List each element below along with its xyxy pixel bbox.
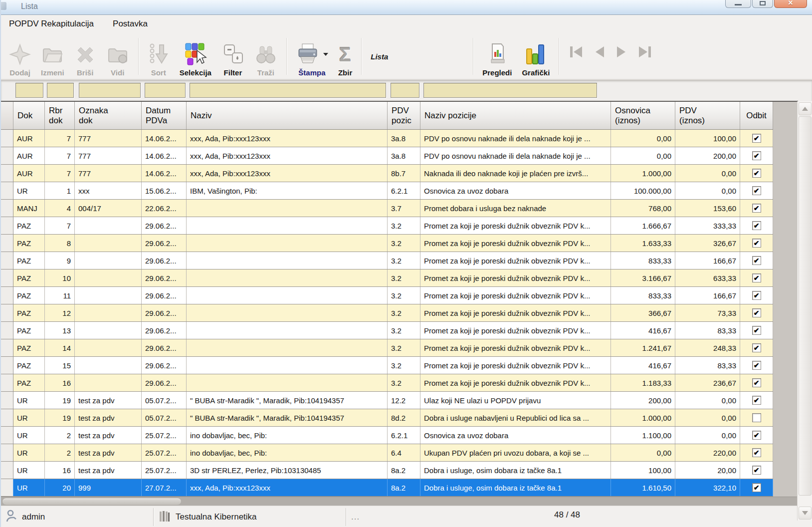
table-row[interactable]: UR 1 xxx 15.06.2... IBM, Vašington, Pib:…	[1, 182, 773, 200]
row-indicator[interactable]	[1, 427, 13, 444]
row-indicator[interactable]	[1, 147, 13, 164]
row-indicator[interactable]	[1, 374, 13, 391]
table-row[interactable]: PAZ 14 29.06.2... 3.2 Promet za koji je …	[1, 339, 773, 357]
row-indicator[interactable]	[1, 322, 13, 339]
odbit-checkbox[interactable]: ✔	[752, 169, 761, 178]
horizontal-scrollbar[interactable]	[1, 497, 798, 506]
odbit-checkbox[interactable]: ✔	[752, 221, 761, 230]
last-record-button[interactable]	[636, 45, 654, 61]
odbit-checkbox[interactable]: ✔	[752, 483, 761, 492]
odbit-checkbox[interactable]: ✔	[752, 308, 761, 317]
scroll-up-button[interactable]	[799, 102, 812, 115]
previous-record-button[interactable]	[592, 45, 607, 61]
selection-button[interactable]: Selekcija	[178, 35, 213, 78]
row-indicator[interactable]	[1, 304, 13, 321]
odbit-checkbox[interactable]: ✔	[752, 466, 761, 475]
table-row[interactable]: UR 16 test za pdv 25.07.2... 3D str PERL…	[1, 462, 773, 479]
table-row[interactable]: MANJ 4 004/17 22.06.2... 3.7 Promet doba…	[1, 200, 773, 217]
row-indicator[interactable]	[1, 287, 13, 304]
row-indicator[interactable]	[1, 130, 13, 147]
odbit-checkbox[interactable]: ✔	[752, 239, 761, 248]
table-row[interactable]: PAZ 10 29.06.2... 3.2 Promet za koji je …	[1, 269, 773, 287]
table-row[interactable]: UR 19 test za pdv 05.07.2... " BUBA str-…	[1, 409, 773, 427]
odbit-checkbox[interactable]: ✔	[752, 343, 761, 352]
odbit-checkbox[interactable]: ✔	[752, 378, 761, 387]
edit-button[interactable]: Izmeni	[39, 35, 66, 78]
table-row[interactable]: AUR 7 777 14.06.2... xxx, Ada, Pib:xxx12…	[1, 147, 773, 165]
odbit-checkbox[interactable]: ✔	[752, 396, 761, 405]
sort-button[interactable]: Sort	[146, 35, 172, 78]
row-indicator[interactable]	[1, 462, 13, 479]
filter-input-pdv-pozic[interactable]	[391, 83, 419, 98]
odbit-checkbox[interactable]: ✔	[752, 204, 761, 213]
filter-input-naziv[interactable]	[190, 83, 386, 98]
odbit-checkbox[interactable]: ✔	[752, 273, 761, 282]
table-row[interactable]: AUR 7 777 14.06.2... xxx, Ada, Pib:xxx12…	[1, 165, 773, 182]
add-button[interactable]: Dodaj	[7, 35, 33, 78]
filter-input-naziv-pozicije[interactable]	[423, 83, 597, 98]
table-row[interactable]: PAZ 7 29.06.2... 3.2 Promet za koji je p…	[1, 217, 773, 235]
row-indicator[interactable]	[1, 409, 13, 426]
odbit-checkbox[interactable]: ✔	[752, 326, 761, 335]
minimize-button[interactable]	[725, 0, 751, 8]
table-row[interactable]: UR 2 test za pdv 25.07.2... ino dobavlja…	[1, 427, 773, 444]
table-row[interactable]: UR 20 999 27.07.2... xxx, Ada, Pib:xxx12…	[1, 479, 773, 497]
table-row[interactable]: PAZ 12 29.06.2... 3.2 Promet za koji je …	[1, 304, 773, 322]
previews-button[interactable]: Pregledi	[480, 35, 514, 78]
menu-postavka[interactable]: Postavka	[113, 19, 148, 29]
close-button[interactable]: ✕	[774, 0, 807, 8]
row-indicator[interactable]	[1, 252, 13, 269]
header-odbit[interactable]: Odbit	[740, 102, 773, 129]
vertical-scrollbar-thumb[interactable]	[799, 116, 812, 496]
header-naziv[interactable]: Naziv	[187, 102, 388, 129]
odbit-checkbox[interactable]: ✔	[752, 291, 761, 300]
odbit-checkbox[interactable]: ✔	[752, 256, 761, 265]
chart-button[interactable]: Grafički	[520, 35, 552, 78]
filter-input-rbr-dok[interactable]	[47, 83, 74, 98]
delete-button[interactable]: Briši	[72, 35, 98, 78]
header-pdv-pozic[interactable]: PDVpozic	[388, 102, 420, 129]
header-rbr-dok[interactable]: Rbrdok	[45, 102, 75, 129]
odbit-checkbox[interactable]	[752, 413, 761, 422]
table-row[interactable]: PAZ 8 29.06.2... 3.2 Promet za koji je p…	[1, 235, 773, 252]
header-dok[interactable]: Dok	[13, 102, 45, 129]
row-indicator[interactable]	[1, 182, 13, 199]
header-pdv-iznos[interactable]: PDV(iznos)	[675, 102, 740, 129]
odbit-checkbox[interactable]: ✔	[752, 134, 761, 143]
row-indicator[interactable]	[1, 339, 13, 356]
maximize-button[interactable]	[752, 0, 773, 8]
row-indicator[interactable]	[1, 392, 13, 409]
table-row[interactable]: PAZ 9 29.06.2... 3.2 Promet za koji je p…	[1, 252, 773, 269]
row-indicator[interactable]	[1, 479, 13, 496]
table-row[interactable]: AUR 7 777 14.06.2... xxx, Ada, Pib:xxx12…	[1, 130, 773, 147]
header-datum-pdva[interactable]: DatumPDVa	[142, 102, 187, 129]
odbit-checkbox[interactable]: ✔	[752, 431, 761, 440]
first-record-button[interactable]	[567, 45, 585, 61]
print-dropdown-caret[interactable]	[323, 53, 328, 56]
row-indicator[interactable]	[1, 357, 13, 374]
table-row[interactable]: PAZ 11 29.06.2... 3.2 Promet za koji je …	[1, 287, 773, 304]
row-indicator[interactable]	[1, 235, 13, 252]
row-indicator[interactable]	[1, 217, 13, 234]
odbit-checkbox[interactable]: ✔	[752, 151, 761, 160]
table-row[interactable]: PAZ 13 29.06.2... 3.2 Promet za koji je …	[1, 322, 773, 339]
odbit-checkbox[interactable]: ✔	[752, 186, 761, 195]
row-indicator[interactable]	[1, 200, 13, 217]
menu-popdv-rekapitulacija[interactable]: POPDV Rekapitulacija	[9, 19, 94, 29]
print-button[interactable]: Štampa	[294, 35, 330, 78]
scroll-down-button[interactable]	[799, 507, 812, 520]
view-button[interactable]: Vidi	[104, 35, 131, 78]
table-row[interactable]: UR 19 test za pdv 05.07.2... " BUBA str-…	[1, 392, 773, 409]
horizontal-scrollbar-thumb[interactable]	[2, 498, 181, 505]
status-more[interactable]: ...	[351, 512, 360, 522]
header-osnovica[interactable]: Osnovica(iznos)	[611, 102, 675, 129]
row-indicator[interactable]	[1, 444, 13, 461]
row-indicator[interactable]	[1, 165, 13, 182]
header-oznaka-dok[interactable]: Oznakadok	[75, 102, 142, 129]
sum-button[interactable]: Σ Zbir	[336, 35, 354, 78]
next-record-button[interactable]	[614, 45, 629, 61]
table-row[interactable]: PAZ 15 29.06.2... 3.2 Promet za koji je …	[1, 357, 773, 374]
filter-button[interactable]: Filter	[219, 35, 246, 78]
row-indicator[interactable]	[1, 269, 13, 286]
vertical-scrollbar[interactable]	[797, 101, 812, 521]
